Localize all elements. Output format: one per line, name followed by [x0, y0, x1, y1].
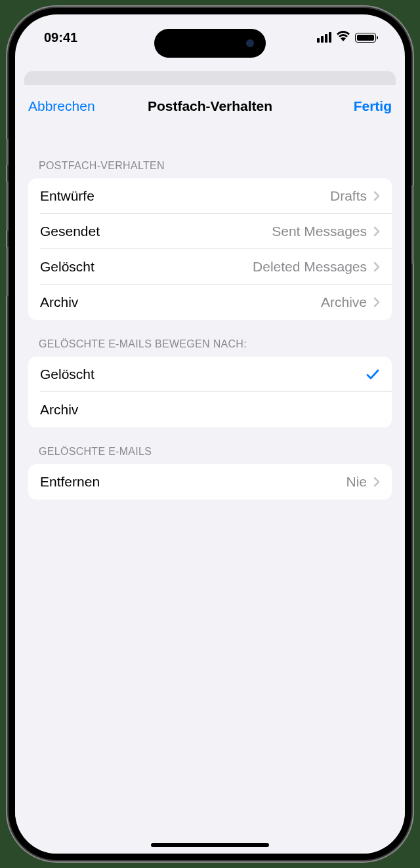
deleted-mails-list: Entfernen Nie [28, 464, 392, 500]
row-label: Archiv [40, 402, 78, 418]
home-indicator[interactable] [151, 843, 269, 847]
row-label: Gelöscht [40, 259, 94, 275]
chevron-right-icon [373, 262, 380, 272]
section-header-behavior: POSTFACH-VERHALTEN [28, 127, 392, 178]
status-time: 09:41 [44, 30, 77, 45]
phone-screen: 09:41 Abbrechen Postfach-V [15, 14, 405, 854]
cellular-icon [317, 32, 331, 43]
row-value: Nie [346, 474, 367, 490]
row-remove[interactable]: Entfernen Nie [28, 464, 392, 500]
battery-icon [355, 33, 376, 43]
checkmark-icon [366, 367, 380, 382]
chevron-right-icon [373, 297, 380, 307]
phone-frame: 09:41 Abbrechen Postfach-V [9, 8, 411, 860]
row-label: Entwürfe [40, 188, 94, 204]
row-label: Gesendet [40, 224, 100, 239]
wifi-icon [336, 31, 350, 44]
modal-sheet: Abbrechen Postfach-Verhalten Fertig POST… [15, 85, 405, 854]
row-value: Sent Messages [272, 224, 367, 239]
row-label: Entfernen [40, 474, 100, 490]
page-title: Postfach-Verhalten [148, 98, 272, 114]
row-archive[interactable]: Archiv Archive [28, 285, 392, 320]
option-deleted[interactable]: Gelöscht [28, 357, 392, 392]
status-icons [317, 31, 376, 44]
behavior-list: Entwürfe Drafts Gesendet Sent Messages [28, 178, 392, 320]
row-drafts[interactable]: Entwürfe Drafts [28, 178, 392, 214]
option-archive[interactable]: Archiv [28, 392, 392, 427]
nav-header: Abbrechen Postfach-Verhalten Fertig [15, 85, 405, 127]
dynamic-island [154, 29, 266, 58]
section-header-move: GELÖSCHTE E-MAILS BEWEGEN NACH: [28, 320, 392, 357]
row-sent[interactable]: Gesendet Sent Messages [28, 214, 392, 249]
mute-switch [6, 139, 9, 165]
move-deleted-list: Gelöscht Archiv [28, 357, 392, 427]
chevron-right-icon [373, 226, 380, 237]
done-button[interactable]: Fertig [354, 98, 392, 114]
chevron-right-icon [373, 191, 380, 201]
power-button [411, 185, 414, 264]
row-value: Archive [321, 294, 367, 310]
row-value: Drafts [330, 188, 367, 204]
volume-down-button [6, 247, 9, 296]
chevron-right-icon [373, 477, 380, 487]
volume-up-button [6, 182, 9, 231]
row-label: Archiv [40, 294, 78, 310]
row-value: Deleted Messages [253, 259, 367, 275]
section-header-deleted-mails: GELÖSCHTE E-MAILS [28, 427, 392, 464]
cancel-button[interactable]: Abbrechen [28, 98, 95, 114]
row-label: Gelöscht [40, 366, 94, 382]
row-deleted[interactable]: Gelöscht Deleted Messages [28, 249, 392, 285]
